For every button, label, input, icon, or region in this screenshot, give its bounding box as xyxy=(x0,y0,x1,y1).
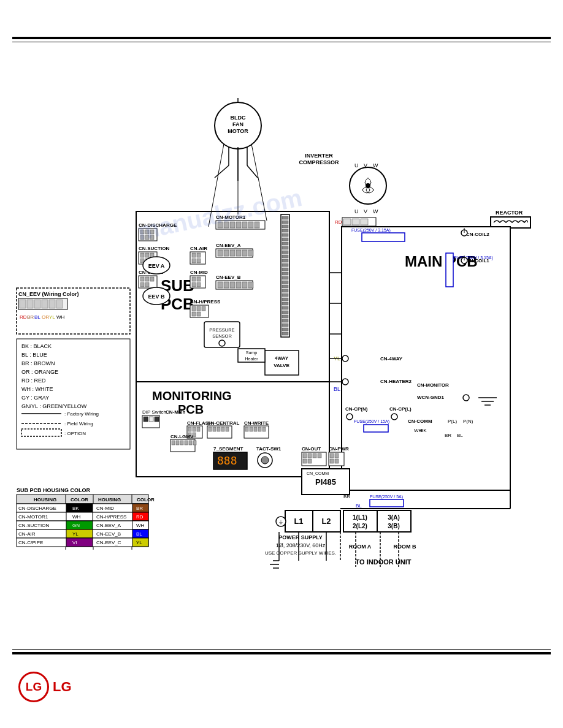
svg-text:YL: YL xyxy=(334,355,340,362)
svg-text:YL: YL xyxy=(49,314,55,320)
svg-rect-90 xyxy=(248,250,253,256)
svg-text:VI: VI xyxy=(72,540,77,545)
svg-text:MONITORING: MONITORING xyxy=(152,389,232,403)
svg-rect-120 xyxy=(282,302,288,305)
svg-text:3(B): 3(B) xyxy=(388,523,399,529)
svg-rect-230 xyxy=(330,453,334,458)
svg-line-338 xyxy=(209,144,224,227)
svg-rect-82 xyxy=(255,222,259,228)
svg-text:YL: YL xyxy=(353,219,359,225)
svg-rect-248 xyxy=(377,510,411,532)
svg-rect-314 xyxy=(132,512,148,521)
svg-rect-43 xyxy=(140,253,144,257)
svg-rect-241 xyxy=(285,510,313,532)
svg-rect-110 xyxy=(282,259,288,262)
svg-text:CN-LGMV: CN-LGMV xyxy=(170,434,194,439)
svg-text:BLDC: BLDC xyxy=(231,115,246,121)
svg-point-135 xyxy=(219,340,225,346)
svg-text:BL: BL xyxy=(34,314,40,320)
svg-point-0 xyxy=(215,102,261,149)
svg-rect-69 xyxy=(192,306,196,311)
svg-text:PRESSURE: PRESSURE xyxy=(209,327,234,333)
svg-text:COLOR: COLOR xyxy=(137,497,155,502)
svg-rect-88 xyxy=(236,250,241,256)
svg-text:BR: BR xyxy=(136,506,143,511)
svg-text:1(L1): 1(L1) xyxy=(353,514,367,521)
svg-text:CN-EEV_A: CN-EEV_A xyxy=(216,243,241,248)
svg-rect-25 xyxy=(342,227,510,490)
svg-rect-309 xyxy=(17,512,148,521)
svg-line-22 xyxy=(247,165,258,178)
svg-rect-182 xyxy=(149,417,153,422)
svg-rect-65 xyxy=(192,282,196,287)
svg-rect-169 xyxy=(446,253,453,287)
svg-text:FUSE(250V / 5A): FUSE(250V / 5A) xyxy=(370,495,403,499)
svg-rect-239 xyxy=(370,499,404,507)
svg-text:COLOR: COLOR xyxy=(71,497,88,502)
svg-text:CN-MOTOR1: CN-MOTOR1 xyxy=(18,514,48,520)
svg-text:RD: RD xyxy=(335,219,342,225)
svg-text:MOTOR: MOTOR xyxy=(228,128,248,134)
svg-text:BR  :  BROWN: BR : BROWN xyxy=(21,360,55,366)
svg-rect-229 xyxy=(329,452,344,466)
svg-text:BK: BK xyxy=(72,506,79,511)
svg-text:RD: RD xyxy=(20,314,27,320)
svg-text:CN-COMM: CN-COMM xyxy=(408,419,432,424)
svg-text:FUSE(250V / 15A): FUSE(250V / 15A) xyxy=(354,419,389,424)
svg-rect-99 xyxy=(281,214,289,337)
svg-rect-86 xyxy=(224,250,229,256)
svg-text:CN-CP(L): CN-CP(L) xyxy=(389,406,412,412)
svg-rect-98 xyxy=(248,282,253,288)
svg-rect-190 xyxy=(188,433,191,437)
svg-rect-64 xyxy=(197,277,201,281)
svg-text:ROOM B: ROOM B xyxy=(394,544,416,550)
svg-rect-72 xyxy=(192,312,196,316)
svg-text:GN/YL : GREEN/YELLOW: GN/YL : GREEN/YELLOW xyxy=(21,403,87,409)
svg-rect-62 xyxy=(190,276,205,288)
svg-text:BL  :  BLUE: BL : BLUE xyxy=(21,352,47,358)
svg-rect-101 xyxy=(282,221,288,224)
svg-rect-186 xyxy=(187,426,202,438)
svg-text:CN-CENTRAL: CN-CENTRAL xyxy=(207,420,240,426)
svg-rect-68 xyxy=(190,305,209,317)
svg-text:YL: YL xyxy=(72,531,79,537)
svg-rect-30 xyxy=(136,382,329,477)
svg-text:CN-EEV_A: CN-EEV_A xyxy=(96,523,121,528)
svg-rect-112 xyxy=(282,268,288,271)
svg-rect-205 xyxy=(189,441,192,445)
svg-rect-221 xyxy=(302,452,326,466)
svg-text:CN-4WAY: CN-4WAY xyxy=(380,356,403,362)
svg-rect-180 xyxy=(142,415,159,428)
svg-rect-45 xyxy=(150,253,154,257)
svg-rect-294 xyxy=(17,495,148,504)
svg-rect-318 xyxy=(66,521,93,529)
svg-rect-267 xyxy=(27,300,33,308)
svg-rect-197 xyxy=(221,427,224,431)
svg-text:CN-Main: CN-Main xyxy=(166,409,186,415)
svg-text:U: U xyxy=(354,162,359,169)
svg-rect-215 xyxy=(213,452,247,469)
top-border-thick xyxy=(12,37,551,39)
svg-rect-213 xyxy=(262,427,266,431)
svg-rect-108 xyxy=(282,251,288,254)
svg-text:CN-OUT: CN-OUT xyxy=(302,446,321,452)
svg-rect-75 xyxy=(216,221,265,229)
svg-text:WH: WH xyxy=(414,428,423,433)
svg-text:POWER SUPPLY: POWER SUPPLY xyxy=(278,534,323,540)
svg-text:888: 888 xyxy=(217,454,237,467)
svg-point-174 xyxy=(461,257,467,264)
svg-rect-232 xyxy=(330,459,334,463)
svg-rect-139 xyxy=(238,349,265,362)
svg-text:SUB PCB HOUSING COLOR: SUB PCB HOUSING COLOR xyxy=(17,487,91,493)
svg-text:CN-H/PRESS: CN-H/PRESS xyxy=(96,514,126,520)
svg-text:PCB: PCB xyxy=(178,403,204,416)
svg-text:CN-EEV_B: CN-EEV_B xyxy=(216,275,241,280)
svg-rect-36 xyxy=(145,230,149,234)
svg-rect-204 xyxy=(185,441,188,445)
svg-rect-307 xyxy=(132,504,148,512)
svg-rect-183 xyxy=(155,417,159,422)
svg-text:CN-DISCHARGE: CN-DISCHARGE xyxy=(139,222,177,228)
svg-rect-189 xyxy=(197,427,200,431)
svg-rect-304 xyxy=(66,504,93,512)
svg-text:2(L2): 2(L2) xyxy=(353,523,367,529)
